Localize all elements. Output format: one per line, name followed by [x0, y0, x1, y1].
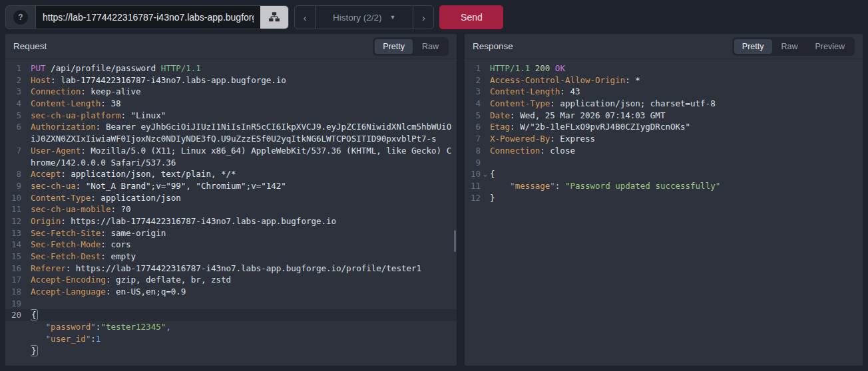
code-line[interactable]: 3Content-Length: 43: [465, 86, 863, 98]
code-line[interactable]: 10Content-Type: application/json: [5, 192, 457, 204]
fold-gutter: [21, 239, 31, 251]
line-number: 11: [5, 203, 21, 215]
code-line[interactable]: 9sec-ch-ua: "Not_A Brand";v="99", "Chrom…: [5, 180, 457, 192]
code-text: User-Agent: Mozilla/5.0 (X11; Linux x86_…: [31, 145, 457, 157]
request-editor[interactable]: 1PUT /api/profile/password HTTP/1.12Host…: [5, 59, 457, 366]
code-line[interactable]: 11sec-ch-ua-mobile: ?0: [5, 203, 457, 215]
fold-gutter: [21, 215, 31, 227]
code-line[interactable]: 8Connection: close: [465, 145, 863, 157]
code-line[interactable]: 5Date: Wed, 25 Mar 2026 07:14:03 GMT: [465, 110, 863, 122]
url-input[interactable]: [35, 6, 260, 29]
code-line[interactable]: 1PUT /api/profile/password HTTP/1.1: [5, 62, 457, 74]
history-next-button[interactable]: ›: [413, 6, 433, 29]
url-bar-group: ?: [5, 5, 289, 29]
code-line[interactable]: 4Content-Length: 38: [5, 98, 457, 110]
fold-gutter: [21, 145, 31, 157]
fold-gutter: [21, 74, 31, 86]
code-line[interactable]: 2Access-Control-Allow-Origin: *: [465, 74, 863, 86]
fold-gutter: [481, 62, 490, 74]
tab-pretty[interactable]: Pretty: [734, 39, 772, 54]
line-number: [5, 157, 21, 169]
help-icon: ?: [13, 10, 28, 25]
code-line[interactable]: "user_id":1: [5, 333, 457, 345]
tab-preview[interactable]: Preview: [807, 39, 853, 54]
help-button[interactable]: ?: [6, 6, 35, 29]
fold-gutter: [481, 98, 490, 110]
code-line[interactable]: }: [5, 345, 457, 357]
code-line[interactable]: 3Connection: keep-alive: [5, 86, 457, 98]
line-number: 8: [465, 145, 481, 157]
request-tabs: PrettyRaw: [373, 37, 449, 56]
line-number: 2: [5, 74, 21, 86]
fold-chevron-icon[interactable]: ⌄: [481, 168, 490, 180]
code-line[interactable]: 11 "message": "Password updated successf…: [465, 180, 863, 192]
fold-gutter: [21, 309, 31, 321]
code-line[interactable]: 20{: [5, 309, 457, 321]
chevron-right-icon: ›: [422, 12, 425, 23]
code-text: [490, 157, 863, 169]
code-line[interactable]: iJ0ZXN0ZXIxIiwiaWF0IjoxNzc0NDIyNDE3fQ.U9…: [5, 133, 457, 145]
code-text: sec-ch-ua-mobile: ?0: [31, 203, 457, 215]
history-prev-button[interactable]: ‹: [295, 6, 315, 29]
code-text: }: [490, 192, 863, 204]
response-editor[interactable]: 1HTTP/1.1 200 OK2Access-Control-Allow-Or…: [465, 59, 863, 366]
code-text: Connection: close: [490, 145, 863, 157]
code-text: PUT /api/profile/password HTTP/1.1: [31, 62, 457, 74]
line-number: [5, 333, 21, 345]
sitemap-button[interactable]: [260, 6, 288, 29]
code-line[interactable]: 4Content-Type: application/json; charset…: [465, 98, 863, 110]
request-scrollbar-thumb[interactable]: [454, 230, 456, 252]
code-text: iJ0ZXN0ZXIxIiwiaWF0IjoxNzc0NDIyNDE3fQ.U9…: [31, 133, 457, 145]
line-number: 13: [5, 227, 21, 239]
code-line[interactable]: 10⌄{: [465, 168, 863, 180]
fold-gutter: [21, 298, 31, 310]
send-button[interactable]: Send: [439, 5, 503, 29]
response-title: Response: [473, 41, 513, 51]
code-line[interactable]: 15Sec-Fetch-Dest: empty: [5, 251, 457, 263]
line-number: 19: [5, 298, 21, 310]
line-number: 2: [465, 74, 481, 86]
code-line[interactable]: 16Referer: https://lab-1774422316787-i43…: [5, 263, 457, 275]
tab-raw[interactable]: Raw: [414, 39, 447, 54]
code-line[interactable]: 12Origin: https://lab-1774422316787-i43n…: [5, 215, 457, 227]
code-line[interactable]: 17Accept-Encoding: gzip, deflate, br, zs…: [5, 274, 457, 286]
fold-gutter: [21, 62, 31, 74]
code-line[interactable]: 19: [5, 298, 457, 310]
code-text: Sec-Fetch-Mode: cors: [31, 239, 457, 251]
code-line[interactable]: 18Accept-Language: en-US,en;q=0.9: [5, 286, 457, 298]
code-line[interactable]: 9: [465, 157, 863, 169]
code-text: "password":"tester12345",: [31, 321, 457, 333]
fold-gutter: [21, 227, 31, 239]
fold-gutter: [21, 98, 31, 110]
code-text: sec-ch-ua-platform: "Linux": [31, 110, 457, 122]
line-number: [5, 321, 21, 333]
code-line[interactable]: 7User-Agent: Mozilla/5.0 (X11; Linux x86…: [5, 145, 457, 157]
request-panel: Request PrettyRaw 1PUT /api/profile/pass…: [5, 34, 457, 366]
code-line[interactable]: 6Etag: W/"2b-1leFLxO9pvRJ4B0CZIygDRcnOKs…: [465, 121, 863, 133]
line-number: 6: [465, 121, 481, 133]
fold-gutter: [21, 192, 31, 204]
fold-gutter: [21, 168, 31, 180]
code-line[interactable]: hrome/142.0.0.0 Safari/537.36: [5, 157, 457, 169]
code-line[interactable]: 13Sec-Fetch-Site: same-origin: [5, 227, 457, 239]
response-tabs: PrettyRawPreview: [732, 37, 855, 56]
tab-pretty[interactable]: Pretty: [375, 39, 413, 54]
code-line[interactable]: 7X-Powered-By: Express: [465, 133, 863, 145]
code-line[interactable]: 14Sec-Fetch-Mode: cors: [5, 239, 457, 251]
fold-gutter: [21, 157, 31, 169]
history-dropdown[interactable]: History (2/2) ▼: [315, 6, 413, 29]
code-line[interactable]: 8Accept: application/json, text/plain, *…: [5, 168, 457, 180]
fold-gutter: [21, 286, 31, 298]
fold-gutter: [481, 74, 490, 86]
line-number: 10: [5, 192, 21, 204]
code-line[interactable]: 12}: [465, 192, 863, 204]
code-line[interactable]: 1HTTP/1.1 200 OK: [465, 62, 863, 74]
code-line[interactable]: 5sec-ch-ua-platform: "Linux": [5, 110, 457, 122]
code-line[interactable]: 2Host: lab-1774422316787-i43no7.labs-app…: [5, 74, 457, 86]
code-text: Access-Control-Allow-Origin: *: [490, 74, 863, 86]
line-number: 5: [465, 110, 481, 122]
code-line[interactable]: "password":"tester12345",: [5, 321, 457, 333]
fold-gutter: [21, 321, 31, 333]
code-line[interactable]: 6Authorization: Bearer eyJhbGciOiJIUzI1N…: [5, 121, 457, 133]
tab-raw[interactable]: Raw: [773, 39, 806, 54]
